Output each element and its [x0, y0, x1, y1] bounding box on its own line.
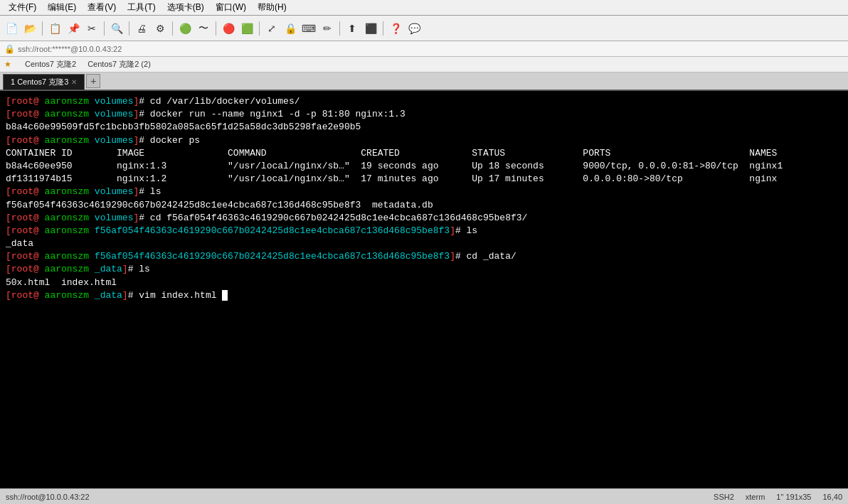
- toolbar-edit-btn[interactable]: ✏: [319, 20, 336, 37]
- toolbar-sep-7: [339, 21, 340, 36]
- statusbar-xterm: xterm: [746, 493, 765, 501]
- menu-edit[interactable]: 编辑(E): [42, 0, 82, 15]
- toolbar-btn-a[interactable]: 🖨: [133, 20, 150, 37]
- menu-file[interactable]: 文件(F): [3, 0, 42, 15]
- menu-view[interactable]: 查看(V): [82, 0, 122, 15]
- menu-tools[interactable]: 工具(T): [122, 0, 161, 15]
- toolbar-green-btn[interactable]: 🟢: [176, 20, 194, 37]
- statusbar-connection: ssh://root@10.0.0.43:22: [6, 493, 90, 501]
- terminal-line-2: [root@ aaronszm volumes]# docker run --n…: [6, 108, 842, 121]
- terminal-line-7: df1311974b15 nginx:1.2 "/usr/local/nginx…: [6, 173, 842, 186]
- tab-add-btn[interactable]: +: [86, 74, 100, 88]
- statusbar-right: SSH2 xterm 1" 191x35 16,40: [714, 493, 842, 501]
- bookmark-star-icon: ★: [4, 60, 11, 69]
- terminal-line-14: [root@ aaronszm _data]# ls: [6, 263, 842, 276]
- terminal-line-8: [root@ aaronszm volumes]# ls: [6, 186, 842, 198]
- addressbar-text: ssh://root:******@10.0.0.43:22: [18, 45, 122, 53]
- toolbar-search-btn[interactable]: 🔍: [108, 20, 125, 37]
- toolbar-sep-6: [259, 21, 260, 36]
- toolbar-sep-8: [383, 21, 383, 36]
- addressbar: 🔒 ssh://root:******@10.0.0.43:22: [0, 41, 848, 57]
- statusbar-size: 1" 191x35: [776, 493, 811, 501]
- terminal-line-16: [root@ aaronszm _data]# vim index.html: [6, 289, 842, 302]
- terminal-line-10: [root@ aaronszm volumes]# cd f56af054f46…: [6, 212, 842, 225]
- toolbar-help-btn[interactable]: ❓: [387, 20, 404, 37]
- toolbar-teal-btn[interactable]: 🟩: [238, 20, 255, 37]
- toolbar-block-btn[interactable]: ⬛: [362, 20, 379, 37]
- terminal-line-13: [root@ aaronszm f56af054f46363c4619290c6…: [6, 250, 842, 263]
- toolbar-paste-btn[interactable]: 📌: [65, 20, 82, 37]
- toolbar-keyboard-btn[interactable]: ⌨: [300, 20, 317, 37]
- tab-label: 1 Centos7 克隆3: [11, 77, 68, 87]
- terminal-line-9: f56af054f46363c4619290c667b0242425d8c1ee…: [6, 199, 842, 212]
- tab-centos7-clone3[interactable]: 1 Centos7 克隆3 ✕: [3, 74, 85, 90]
- bookmark-centos7-clone2-2[interactable]: Centos7 克隆2 (2): [88, 59, 151, 70]
- toolbar-sep-1: [42, 21, 43, 36]
- terminal-line-4: [root@ aaronszm volumes]# docker ps: [6, 134, 842, 147]
- tabs-bar: 1 Centos7 克隆3 ✕ +: [0, 73, 848, 91]
- bookmark-bar: ★ Centos7 克隆2 Centos7 克隆2 (2): [0, 57, 848, 73]
- terminal-line-3: b8a4c60e99509fd5fc1bcbb3fb5802a085ac65f1…: [6, 121, 842, 134]
- toolbar-sep-3: [129, 21, 129, 36]
- statusbar-ssh2: SSH2: [714, 493, 734, 501]
- bookmark-centos7-clone2[interactable]: Centos7 克隆2: [25, 59, 76, 70]
- toolbar: 📄 📂 📋 📌 ✂ 🔍 🖨 ⚙ 🟢 〜 🔴 🟩 ⤢ 🔒 ⌨ ✏ ⬆ ⬛ ❓ 💬: [0, 16, 848, 41]
- toolbar-wave-btn[interactable]: 〜: [195, 20, 212, 37]
- menubar: 文件(F) 编辑(E) 查看(V) 工具(T) 选项卡(B) 窗口(W) 帮助(…: [0, 0, 848, 16]
- toolbar-sep-5: [216, 21, 216, 36]
- terminal-line-15: 50x.html index.html: [6, 277, 842, 289]
- toolbar-btn-b[interactable]: ⚙: [152, 20, 169, 37]
- toolbar-red-btn[interactable]: 🔴: [220, 20, 237, 37]
- terminal-line-5: CONTAINER ID IMAGE COMMAND CREATED STATU…: [6, 147, 842, 160]
- terminal-cursor: [222, 290, 228, 301]
- terminal-line-11: [root@ aaronszm f56af054f46363c4619290c6…: [6, 225, 842, 237]
- terminal-line-1: [root@ aaronszm volumes]# cd /var/lib/do…: [6, 95, 842, 108]
- toolbar-sep-4: [172, 21, 173, 36]
- statusbar: ssh://root@10.0.0.43:22 SSH2 xterm 1" 19…: [0, 488, 848, 504]
- toolbar-open-btn[interactable]: 📂: [21, 20, 38, 37]
- terminal-line-12: _data: [6, 237, 842, 250]
- toolbar-lock-btn[interactable]: 🔒: [282, 20, 299, 37]
- menu-window[interactable]: 窗口(W): [210, 0, 252, 15]
- menu-help[interactable]: 帮助(H): [252, 0, 292, 15]
- toolbar-upload-btn[interactable]: ⬆: [344, 20, 361, 37]
- toolbar-cut-btn[interactable]: ✂: [83, 20, 100, 37]
- toolbar-new-btn[interactable]: 📄: [3, 20, 20, 37]
- toolbar-expand-btn[interactable]: ⤢: [263, 20, 280, 37]
- terminal[interactable]: [root@ aaronszm volumes]# cd /var/lib/do…: [0, 91, 848, 504]
- toolbar-comment-btn[interactable]: 💬: [406, 20, 423, 37]
- statusbar-pos: 16,40: [822, 493, 842, 501]
- toolbar-copy-btn[interactable]: 📋: [46, 20, 63, 37]
- menu-tabs[interactable]: 选项卡(B): [161, 0, 210, 15]
- tab-close-btn[interactable]: ✕: [71, 78, 77, 86]
- ssh-icon: 🔒: [4, 44, 15, 54]
- terminal-line-6: b8a4c60ee950 nginx:1.3 "/usr/local/nginx…: [6, 160, 842, 173]
- toolbar-sep-2: [104, 21, 105, 36]
